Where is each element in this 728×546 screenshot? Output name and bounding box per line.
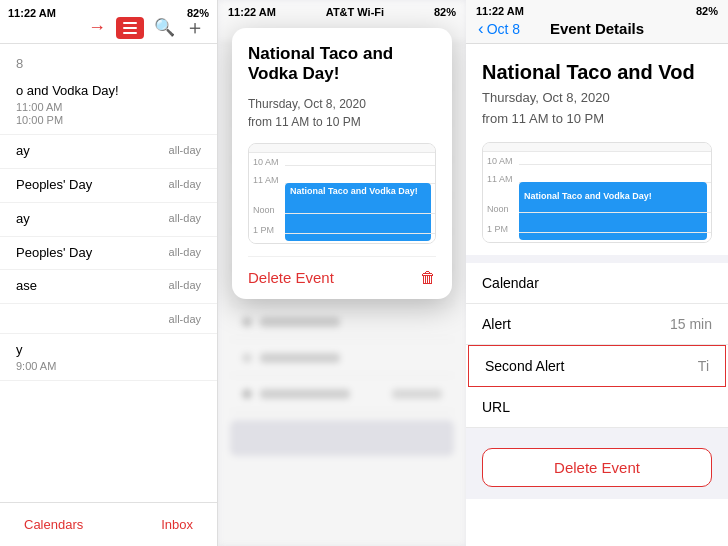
item-info: Peoples' Day	[16, 177, 92, 194]
trash-icon[interactable]: 🗑	[420, 269, 436, 287]
panel-event-details: 11:22 AM 82% ‹ Oct 8 Event Details Natio…	[466, 0, 728, 546]
event-date-line1: Thursday, Oct 8, 2020	[482, 90, 610, 105]
list-item[interactable]: ase all-day	[0, 270, 217, 304]
event-detail-title: National Taco and Vod	[466, 44, 728, 88]
p3-time-noon: Noon	[487, 204, 509, 214]
item-info: ay	[16, 211, 30, 228]
time-line-noon	[285, 213, 435, 214]
item-title: o and Vodka Day!	[16, 83, 119, 100]
list-view-button[interactable]	[116, 17, 144, 39]
p3-battery: 82%	[696, 5, 718, 17]
item-badge: all-day	[169, 211, 201, 224]
list-item[interactable]: Peoples' Day all-day	[0, 237, 217, 271]
mini-event-label: National Taco and Vodka Day!	[290, 186, 418, 197]
section-separator-1	[466, 255, 728, 263]
popup-date-line2: from 11 AM to 10 PM	[248, 115, 361, 129]
panel-calendar-list: 11:22 AM 82% → 🔍 ＋ 8 o and Vodka Day! 11…	[0, 0, 218, 546]
list-item[interactable]: o and Vodka Day! 11:00 AM 10:00 PM	[0, 75, 217, 135]
second-alert-row[interactable]: Second Alert Ti	[468, 345, 726, 387]
item-badge: all-day	[169, 143, 201, 156]
mini-cal-body: 10 AM 11 AM National Taco and Vodka Day!…	[249, 153, 435, 243]
event-detail-content: National Taco and Vod Thursday, Oct 8, 2…	[466, 44, 728, 546]
popup-date-line1: Thursday, Oct 8, 2020	[248, 97, 366, 111]
p3-time-11am: 11 AM	[487, 174, 513, 184]
item-info: o and Vodka Day! 11:00 AM 10:00 PM	[16, 83, 119, 126]
alert-label: Alert	[482, 316, 511, 332]
p3-mini-calendar: 10 AM 11 AM National Taco and Vodka Day!…	[482, 142, 712, 243]
p3-time-1pm: 1 PM	[487, 224, 508, 234]
delete-event-button[interactable]: Delete Event	[248, 269, 334, 286]
time-label-11am: 11 AM	[253, 175, 279, 185]
list-item[interactable]: Peoples' Day all-day	[0, 169, 217, 203]
event-detail-date: Thursday, Oct 8, 2020 from 11 AM to 10 P…	[466, 88, 728, 142]
item-title: Peoples' Day	[16, 177, 92, 194]
p3-line-10am	[519, 164, 711, 165]
item-title: ay	[16, 211, 30, 228]
popup-event-title: National Taco and Vodka Day!	[248, 44, 436, 85]
panel1-header: 11:22 AM 82% → 🔍 ＋	[0, 0, 217, 44]
p1-battery: 82%	[187, 7, 209, 19]
date-header: 8	[0, 48, 217, 75]
alert-row[interactable]: Alert 15 min	[466, 304, 728, 345]
calendar-label: Calendar	[482, 275, 539, 291]
item-title: ay	[16, 143, 30, 160]
time-label-1pm: 1 PM	[253, 225, 274, 235]
p3-status-time: 11:22 AM	[476, 5, 524, 17]
p3-back-nav[interactable]: ‹ Oct 8	[478, 19, 520, 39]
item-title: Peoples' Day	[16, 245, 92, 262]
p2-battery: 82%	[434, 6, 456, 18]
p3-header: 11:22 AM 82% ‹ Oct 8 Event Details	[466, 0, 728, 44]
p2-status-time: 11:22 AM	[228, 6, 276, 18]
p1-status-right: 82%	[187, 7, 209, 19]
list-item[interactable]: ay all-day	[0, 203, 217, 237]
p3-line-noon	[519, 212, 711, 213]
item-title: y	[16, 342, 56, 359]
item-badge: all-day	[169, 278, 201, 291]
list-item[interactable]: all-day	[0, 304, 217, 334]
item-badge: all-day	[169, 312, 201, 325]
list-item[interactable]: y 9:00 AM	[0, 334, 217, 381]
event-popup-card: National Taco and Vodka Day! Thursday, O…	[232, 28, 452, 299]
search-icon[interactable]: 🔍	[154, 17, 175, 38]
second-alert-label: Second Alert	[485, 358, 564, 374]
p1-status-time: 11:22 AM	[8, 7, 56, 19]
delete-event-button[interactable]: Delete Event	[482, 448, 712, 487]
url-row[interactable]: URL	[466, 387, 728, 428]
p3-footer: Delete Event	[466, 436, 728, 499]
popup-footer: Delete Event 🗑	[248, 256, 436, 299]
event-list: 8 o and Vodka Day! 11:00 AM 10:00 PM ay …	[0, 44, 217, 502]
event-info-section: National Taco and Vod Thursday, Oct 8, 2…	[466, 44, 728, 243]
panel-popup: 11:22 AM AT&T Wi-Fi 82% National Taco an…	[218, 0, 466, 546]
alert-value: 15 min	[670, 316, 712, 332]
back-label: Oct 8	[487, 21, 520, 37]
calendar-row[interactable]: Calendar	[466, 263, 728, 304]
popup-mini-calendar: 10 AM 11 AM National Taco and Vodka Day!…	[248, 143, 436, 244]
p2-carrier: AT&T Wi-Fi	[326, 6, 384, 18]
item-time: 9:00 AM	[16, 360, 56, 372]
p3-status-right: 82%	[696, 5, 718, 17]
item-badge: all-day	[169, 245, 201, 258]
section-separator-2	[466, 428, 728, 436]
mini-cal-header	[249, 144, 435, 153]
list-icon-lines	[123, 22, 137, 34]
item-info: ay	[16, 143, 30, 160]
item-badge: all-day	[169, 177, 201, 190]
item-title: ase	[16, 278, 37, 295]
second-alert-value: Ti	[698, 358, 709, 374]
inbox-button[interactable]: Inbox	[161, 517, 193, 532]
event-date-line2: from 11 AM to 10 PM	[482, 111, 604, 126]
item-info: ase	[16, 278, 37, 295]
item-time2: 10:00 PM	[16, 114, 119, 126]
time-label-10am: 10 AM	[253, 157, 279, 167]
p3-header-title: Event Details	[550, 20, 644, 37]
item-info: Peoples' Day	[16, 245, 92, 262]
time-label-noon: Noon	[253, 205, 275, 215]
calendars-button[interactable]: Calendars	[24, 517, 83, 532]
item-time1: 11:00 AM	[16, 101, 119, 113]
back-chevron-icon: ‹	[478, 19, 484, 39]
p3-mini-header	[483, 143, 711, 152]
panel1-footer: Calendars Inbox	[0, 502, 217, 546]
list-item[interactable]: ay all-day	[0, 135, 217, 169]
p3-event-label: National Taco and Vodka Day!	[524, 191, 652, 201]
url-label: URL	[482, 399, 510, 415]
